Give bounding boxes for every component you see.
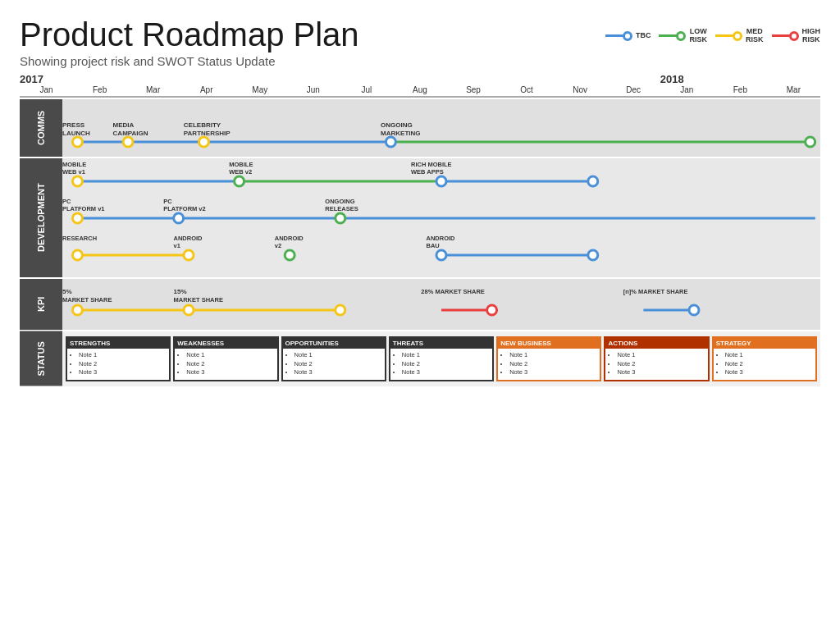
status-card-header-3: THREATS (390, 338, 492, 349)
svg-point-40 (72, 250, 82, 260)
legend-item-1: LOW RISK (659, 28, 707, 44)
svg-text:MOBILE: MOBILE (229, 161, 253, 168)
legend-label-0: TBC (636, 32, 651, 40)
svg-text:RICH MOBILE: RICH MOBILE (411, 161, 452, 168)
status-card-2: OPPORTUNITIESNote 1Note 2Note 3 (281, 336, 386, 381)
month-col-7: Aug (393, 85, 446, 94)
timeline-wrapper: 20172018JanFebMarAprMayJunJulAugSepOctNo… (20, 73, 820, 388)
svg-text:RELEASES: RELEASES (325, 205, 358, 212)
status-card-body-5: Note 1Note 2Note 3 (605, 349, 707, 380)
svg-point-59 (487, 305, 497, 315)
svg-text:MARKET SHARE: MARKET SHARE (62, 296, 112, 304)
status-content: STRENGTHSNote 1Note 2Note 3WEAKNESSESNot… (62, 331, 820, 386)
month-col-1: Feb (73, 85, 126, 94)
svg-comms: PRESSLAUNCHMEDIACAMPAIGNCELEBRITYPARTNER… (62, 99, 820, 157)
svg-point-2 (72, 137, 82, 147)
svg-text:v2: v2 (275, 242, 281, 249)
status-card-body-6: Note 1Note 2Note 3 (714, 349, 815, 380)
status-note-4-1: Note 2 (509, 360, 596, 369)
svg-text:MOBILE: MOBILE (62, 161, 86, 168)
svg-text:CELEBRITY: CELEBRITY (184, 121, 221, 129)
svg-text:PC: PC (62, 198, 71, 205)
svg-text:BAU: BAU (427, 242, 440, 249)
svg-point-4 (199, 137, 208, 147)
month-col-11: Dec (607, 85, 660, 94)
title-block: Product Roadmap PlanShowing project risk… (20, 16, 359, 68)
status-card-5: ACTIONSNote 1Note 2Note 3 (604, 336, 709, 381)
svg-text:ANDROID: ANDROID (174, 235, 203, 242)
label-development: DEVELOPMENT (20, 158, 62, 277)
status-note-1-2: Note 3 (186, 368, 273, 377)
status-card-1: WEAKNESSESNote 1Note 2Note 3 (173, 336, 278, 381)
status-note-5-2: Note 3 (617, 368, 704, 377)
month-col-8: Sep (447, 85, 500, 94)
status-note-6-0: Note 1 (725, 351, 812, 360)
status-card-body-0: Note 1Note 2Note 3 (67, 349, 169, 380)
legend-item-0: TBC (605, 31, 651, 41)
svg-point-42 (285, 250, 294, 260)
status-note-0-2: Note 3 (79, 368, 166, 377)
svg-text:LAUNCH: LAUNCH (62, 130, 90, 137)
status-card-3: THREATSNote 1Note 2Note 3 (389, 336, 494, 381)
subtitle: Showing project risk and SWOT Status Upd… (20, 54, 359, 68)
timeline-content: 20172018JanFebMarAprMayJunJulAugSepOctNo… (20, 73, 820, 388)
svg-text:RESEARCH: RESEARCH (62, 235, 97, 242)
svg-text:ANDROID: ANDROID (275, 235, 304, 242)
status-card-body-4: Note 1Note 2Note 3 (498, 349, 600, 380)
svg-text:28% MARKET SHARE: 28% MARKET SHARE (421, 288, 485, 295)
row-development: DEVELOPMENTMOBILEWEB v1MOBILEWEB v2RICH … (20, 158, 820, 277)
row-kpi: KPI5%MARKET SHARE15%MARKET SHARE28% MARK… (20, 279, 820, 330)
svg-development: MOBILEWEB v1MOBILEWEB v2RICH MOBILEWEB A… (62, 158, 820, 277)
label-kpi: KPI (20, 279, 62, 330)
svg-text:PARTNERSHIP: PARTNERSHIP (184, 130, 231, 137)
svg-text:ONGOING: ONGOING (325, 198, 354, 205)
svg-text:PLATFORM v2: PLATFORM v2 (163, 205, 206, 212)
svg-text:[n]% MARKET SHARE: [n]% MARKET SHARE (623, 288, 688, 295)
svg-point-60 (689, 305, 699, 315)
status-card-0: STRENGTHSNote 1Note 2Note 3 (66, 336, 171, 381)
svg-point-44 (588, 250, 598, 260)
status-card-body-1: Note 1Note 2Note 3 (175, 349, 276, 380)
month-col-9: Oct (500, 85, 554, 94)
svg-text:WEB v1: WEB v1 (62, 168, 85, 176)
svg-text:WEB APPS: WEB APPS (411, 168, 444, 176)
svg-text:v1: v1 (174, 242, 180, 249)
content-comms: PRESSLAUNCHMEDIACAMPAIGNCELEBRITYPARTNER… (62, 99, 820, 157)
year-2017: 2017 (20, 73, 660, 85)
svg-text:ANDROID: ANDROID (427, 235, 456, 242)
status-note-5-0: Note 1 (617, 351, 704, 360)
year-row: 20172018 (20, 73, 820, 85)
month-col-10: Nov (554, 85, 607, 94)
header: Product Roadmap PlanShowing project risk… (20, 16, 820, 68)
main-title: Product Roadmap Plan (20, 16, 359, 52)
svg-point-6 (806, 137, 815, 147)
svg-point-5 (386, 137, 395, 147)
status-note-1-1: Note 2 (186, 360, 273, 369)
status-note-3-2: Note 3 (402, 368, 489, 377)
svg-point-20 (436, 176, 446, 186)
svg-text:MARKET SHARE: MARKET SHARE (174, 296, 223, 304)
year-2018: 2018 (660, 73, 820, 85)
legend-item-2: MED RISK (715, 28, 764, 44)
legend-label-2: MED RISK (746, 28, 764, 44)
status-note-3-0: Note 1 (402, 351, 489, 360)
month-col-5: Jun (286, 85, 340, 94)
svg-text:PC: PC (163, 198, 172, 205)
content-development: MOBILEWEB v1MOBILEWEB v2RICH MOBILEWEB A… (62, 158, 820, 277)
label-comms: COMMS (20, 99, 62, 157)
svg-point-19 (235, 176, 244, 186)
svg-text:CAMPAIGN: CAMPAIGN (113, 130, 148, 137)
status-card-body-2: Note 1Note 2Note 3 (283, 349, 385, 380)
svg-point-30 (174, 213, 184, 223)
row-comms: COMMSPRESSLAUNCHMEDIACAMPAIGNCELEBRITYPA… (20, 99, 820, 157)
status-card-header-6: STRATEGY (714, 338, 815, 349)
svg-point-56 (72, 305, 82, 315)
status-note-2-2: Note 3 (294, 368, 381, 377)
status-note-5-1: Note 2 (617, 360, 704, 369)
status-note-2-1: Note 2 (294, 360, 381, 369)
svg-kpi: 5%MARKET SHARE15%MARKET SHARE28% MARKET … (62, 279, 820, 330)
status-card-4: NEW BUSINESSNote 1Note 2Note 3 (496, 336, 601, 381)
status-note-0-0: Note 1 (79, 351, 166, 360)
svg-point-57 (184, 305, 194, 315)
svg-point-18 (72, 176, 82, 186)
